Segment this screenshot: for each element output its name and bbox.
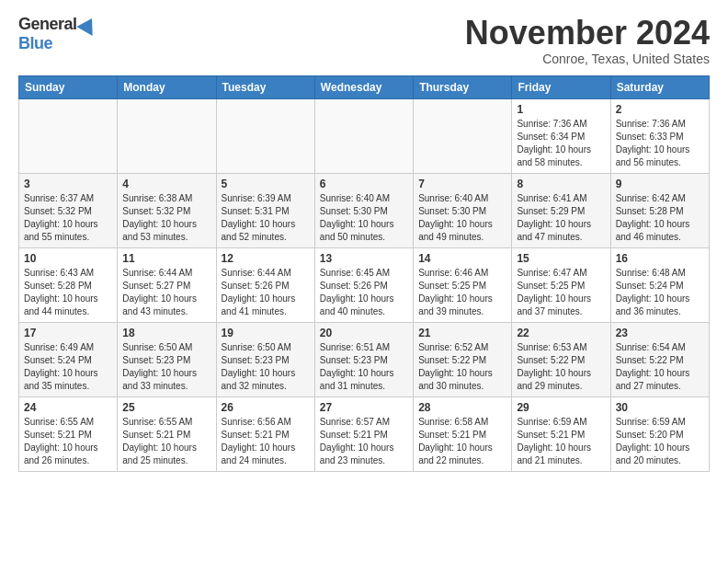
day-number: 16 (616, 252, 704, 265)
calendar-week-row: 17Sunrise: 6:49 AM Sunset: 5:24 PM Dayli… (19, 322, 710, 396)
day-info: Sunrise: 6:59 AM Sunset: 5:21 PM Dayligh… (517, 416, 605, 467)
day-number: 15 (517, 252, 605, 265)
day-info: Sunrise: 6:58 AM Sunset: 5:21 PM Dayligh… (418, 416, 506, 467)
day-number: 26 (222, 401, 310, 414)
calendar-day-cell: 10Sunrise: 6:43 AM Sunset: 5:28 PM Dayli… (19, 247, 118, 322)
calendar-day-cell (414, 98, 512, 173)
logo: General Blue (18, 15, 97, 53)
calendar-day-cell: 22Sunrise: 6:53 AM Sunset: 5:22 PM Dayli… (512, 322, 610, 396)
day-info: Sunrise: 6:40 AM Sunset: 5:30 PM Dayligh… (418, 192, 506, 244)
calendar-day-cell (19, 98, 118, 173)
calendar-day-cell: 15Sunrise: 6:47 AM Sunset: 5:25 PM Dayli… (512, 247, 610, 322)
calendar-day-header: Monday (118, 75, 216, 98)
day-info: Sunrise: 6:55 AM Sunset: 5:21 PM Dayligh… (24, 416, 112, 467)
day-number: 22 (517, 327, 605, 339)
day-info: Sunrise: 6:46 AM Sunset: 5:25 PM Dayligh… (418, 267, 506, 318)
day-info: Sunrise: 6:41 AM Sunset: 5:29 PM Dayligh… (517, 192, 605, 244)
calendar-week-row: 3Sunrise: 6:37 AM Sunset: 5:32 PM Daylig… (19, 173, 710, 247)
calendar-day-cell: 14Sunrise: 6:46 AM Sunset: 5:25 PM Dayli… (414, 247, 512, 322)
day-info: Sunrise: 6:51 AM Sunset: 5:23 PM Dayligh… (320, 341, 408, 393)
day-number: 11 (122, 252, 210, 265)
calendar-week-row: 24Sunrise: 6:55 AM Sunset: 5:21 PM Dayli… (19, 396, 710, 471)
day-number: 10 (24, 252, 112, 265)
calendar-week-row: 1Sunrise: 7:36 AM Sunset: 6:34 PM Daylig… (19, 98, 710, 173)
header: General Blue November 2024 Conroe, Texas… (18, 15, 710, 66)
calendar-day-cell: 12Sunrise: 6:44 AM Sunset: 5:26 PM Dayli… (216, 247, 314, 322)
calendar-day-cell: 6Sunrise: 6:40 AM Sunset: 5:30 PM Daylig… (314, 173, 413, 247)
day-info: Sunrise: 6:50 AM Sunset: 5:23 PM Dayligh… (222, 341, 310, 393)
calendar-day-cell: 1Sunrise: 7:36 AM Sunset: 6:34 PM Daylig… (512, 98, 610, 173)
calendar-day-cell: 23Sunrise: 6:54 AM Sunset: 5:22 PM Dayli… (610, 322, 709, 396)
calendar-day-cell (314, 98, 413, 173)
logo-triangle-icon (76, 14, 99, 36)
day-info: Sunrise: 6:48 AM Sunset: 5:24 PM Dayligh… (616, 267, 704, 318)
day-info: Sunrise: 7:36 AM Sunset: 6:34 PM Dayligh… (517, 118, 605, 169)
calendar-day-cell: 13Sunrise: 6:45 AM Sunset: 5:26 PM Dayli… (314, 247, 413, 322)
calendar-day-cell: 19Sunrise: 6:50 AM Sunset: 5:23 PM Dayli… (216, 322, 314, 396)
day-info: Sunrise: 6:42 AM Sunset: 5:28 PM Dayligh… (616, 192, 704, 244)
day-info: Sunrise: 6:50 AM Sunset: 5:23 PM Dayligh… (122, 341, 210, 393)
day-number: 9 (616, 178, 704, 190)
calendar-day-cell: 21Sunrise: 6:52 AM Sunset: 5:22 PM Dayli… (414, 322, 512, 396)
day-info: Sunrise: 6:52 AM Sunset: 5:22 PM Dayligh… (418, 341, 506, 393)
calendar-day-cell: 18Sunrise: 6:50 AM Sunset: 5:23 PM Dayli… (118, 322, 216, 396)
day-number: 2 (616, 103, 704, 116)
day-info: Sunrise: 6:37 AM Sunset: 5:32 PM Dayligh… (24, 192, 112, 244)
day-info: Sunrise: 6:59 AM Sunset: 5:20 PM Dayligh… (616, 416, 704, 467)
day-number: 23 (616, 327, 704, 339)
calendar-day-cell: 7Sunrise: 6:40 AM Sunset: 5:30 PM Daylig… (414, 173, 512, 247)
calendar-day-cell: 30Sunrise: 6:59 AM Sunset: 5:20 PM Dayli… (610, 396, 709, 471)
calendar-day-header: Friday (512, 75, 610, 98)
day-info: Sunrise: 6:44 AM Sunset: 5:27 PM Dayligh… (122, 267, 210, 318)
calendar-day-cell: 8Sunrise: 6:41 AM Sunset: 5:29 PM Daylig… (512, 173, 610, 247)
day-info: Sunrise: 6:47 AM Sunset: 5:25 PM Dayligh… (517, 267, 605, 318)
calendar-day-header: Saturday (610, 75, 709, 98)
calendar-day-cell (118, 98, 216, 173)
day-number: 17 (24, 327, 112, 339)
calendar-day-cell: 25Sunrise: 6:55 AM Sunset: 5:21 PM Dayli… (118, 396, 216, 471)
day-number: 5 (222, 178, 310, 190)
calendar-day-cell: 11Sunrise: 6:44 AM Sunset: 5:27 PM Dayli… (118, 247, 216, 322)
day-number: 30 (616, 401, 704, 414)
day-info: Sunrise: 6:39 AM Sunset: 5:31 PM Dayligh… (222, 192, 310, 244)
day-number: 24 (24, 401, 112, 414)
day-number: 19 (222, 327, 310, 339)
day-info: Sunrise: 6:40 AM Sunset: 5:30 PM Dayligh… (320, 192, 408, 244)
day-info: Sunrise: 6:45 AM Sunset: 5:26 PM Dayligh… (320, 267, 408, 318)
day-number: 27 (320, 401, 408, 414)
day-info: Sunrise: 6:38 AM Sunset: 5:32 PM Dayligh… (122, 192, 210, 244)
calendar-day-cell: 26Sunrise: 6:56 AM Sunset: 5:21 PM Dayli… (216, 396, 314, 471)
day-number: 13 (320, 252, 408, 265)
calendar-day-header: Thursday (414, 75, 512, 98)
calendar-day-cell: 27Sunrise: 6:57 AM Sunset: 5:21 PM Dayli… (314, 396, 413, 471)
day-number: 25 (122, 401, 210, 414)
calendar-header-row: SundayMondayTuesdayWednesdayThursdayFrid… (19, 75, 710, 98)
calendar-day-cell: 17Sunrise: 6:49 AM Sunset: 5:24 PM Dayli… (19, 322, 118, 396)
calendar-day-cell (216, 98, 314, 173)
day-number: 20 (320, 327, 408, 339)
day-number: 21 (418, 327, 506, 339)
main-title: November 2024 (465, 15, 710, 52)
day-number: 6 (320, 178, 408, 190)
day-info: Sunrise: 6:49 AM Sunset: 5:24 PM Dayligh… (24, 341, 112, 393)
calendar-day-cell: 24Sunrise: 6:55 AM Sunset: 5:21 PM Dayli… (19, 396, 118, 471)
calendar-day-cell: 4Sunrise: 6:38 AM Sunset: 5:32 PM Daylig… (118, 173, 216, 247)
day-number: 18 (122, 327, 210, 339)
calendar-table: SundayMondayTuesdayWednesdayThursdayFrid… (18, 75, 710, 472)
day-info: Sunrise: 6:53 AM Sunset: 5:22 PM Dayligh… (517, 341, 605, 393)
calendar-day-cell: 20Sunrise: 6:51 AM Sunset: 5:23 PM Dayli… (314, 322, 413, 396)
day-number: 4 (122, 178, 210, 190)
title-block: November 2024 Conroe, Texas, United Stat… (465, 15, 710, 66)
day-info: Sunrise: 6:54 AM Sunset: 5:22 PM Dayligh… (616, 341, 704, 393)
calendar-day-cell: 5Sunrise: 6:39 AM Sunset: 5:31 PM Daylig… (216, 173, 314, 247)
day-number: 1 (517, 103, 605, 116)
calendar-day-cell: 2Sunrise: 7:36 AM Sunset: 6:33 PM Daylig… (610, 98, 709, 173)
day-number: 29 (517, 401, 605, 414)
calendar-day-header: Sunday (19, 75, 118, 98)
day-info: Sunrise: 6:57 AM Sunset: 5:21 PM Dayligh… (320, 416, 408, 467)
day-number: 8 (517, 178, 605, 190)
day-number: 12 (222, 252, 310, 265)
calendar-day-cell: 16Sunrise: 6:48 AM Sunset: 5:24 PM Dayli… (610, 247, 709, 322)
day-number: 7 (418, 178, 506, 190)
day-info: Sunrise: 7:36 AM Sunset: 6:33 PM Dayligh… (616, 118, 704, 169)
